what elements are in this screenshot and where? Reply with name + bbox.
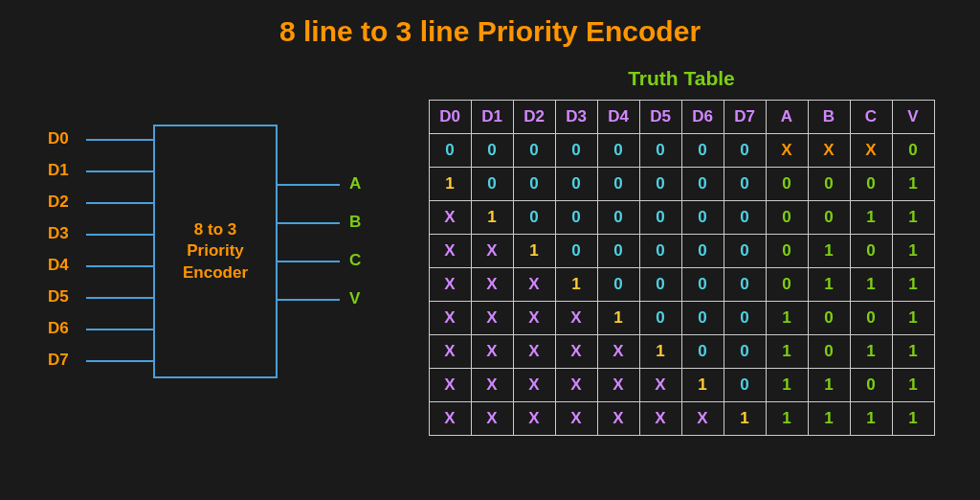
table-cell: 0 (766, 235, 808, 268)
input-wire (86, 329, 153, 330)
table-cell: 0 (597, 201, 639, 235)
table-cell: 1 (555, 268, 597, 302)
output-label: V (349, 289, 360, 308)
table-cell: 0 (808, 201, 850, 235)
block-line2: Priority (187, 240, 244, 261)
table-cell: X (429, 302, 471, 335)
table-cell: 0 (766, 168, 808, 201)
table-cell: 0 (681, 134, 724, 168)
table-cell: X (471, 235, 513, 268)
table-cell: 0 (555, 168, 597, 201)
table-row: XXXXXXX11111 (429, 402, 934, 436)
table-cell: X (766, 134, 808, 168)
input-wire (86, 202, 153, 204)
table-cell: X (513, 402, 555, 436)
table-cell: 1 (850, 335, 892, 369)
table-cell: 0 (766, 201, 808, 235)
output-wire (278, 222, 340, 224)
table-cell: X (471, 335, 513, 369)
table-cell: 0 (766, 268, 808, 302)
input-wire (86, 234, 153, 236)
input-wire (86, 139, 153, 141)
input-label: D2 (48, 193, 69, 212)
table-cell: X (429, 335, 471, 369)
table-cell: 1 (639, 335, 681, 369)
table-cell: 1 (766, 302, 808, 335)
table-cell: X (513, 302, 555, 335)
table-cell: 0 (808, 168, 850, 201)
table-cell: X (471, 369, 513, 402)
table-cell: 1 (892, 402, 934, 436)
page-title: 8 line to 3 line Priority Encoder (0, 0, 980, 48)
table-cell: 0 (513, 201, 555, 235)
table-cell: 0 (681, 302, 724, 335)
table-cell: 0 (724, 335, 766, 369)
output-wire (278, 261, 340, 262)
output-label: C (349, 251, 361, 270)
table-cell: 0 (681, 335, 724, 369)
table-cell: 1 (681, 369, 724, 402)
table-cell: X (639, 402, 681, 436)
table-cell: 1 (808, 402, 850, 436)
table-cell: 0 (639, 268, 681, 302)
input-label: D4 (48, 256, 69, 275)
table-cell: 0 (471, 168, 513, 201)
table-cell: 0 (808, 302, 850, 335)
table-cell: X (850, 134, 892, 168)
table-cell: 1 (892, 168, 934, 201)
table-row: XXXXXX101101 (429, 369, 934, 402)
table-cell: 0 (471, 134, 513, 168)
table-header: A (766, 101, 808, 134)
block-line3: Encoder (183, 262, 248, 284)
table-cell: 0 (639, 201, 681, 235)
table-cell: X (429, 201, 471, 235)
table-cell: X (429, 268, 471, 302)
table-cell: 0 (724, 134, 766, 168)
table-cell: 1 (892, 235, 934, 268)
table-cell: 0 (724, 201, 766, 235)
table-cell: 1 (850, 268, 892, 302)
content-area: 8 to 3 Priority Encoder D0D1D2D3D4D5D6D7… (0, 48, 980, 455)
table-row: 100000000001 (429, 168, 934, 201)
table-cell: 0 (555, 134, 597, 168)
table-header: D7 (724, 101, 766, 134)
input-label: D7 (48, 351, 69, 370)
table-cell: 1 (513, 235, 555, 268)
input-label: D1 (48, 161, 69, 180)
input-wire (86, 297, 153, 299)
table-cell: 1 (892, 335, 934, 369)
truth-table: D0D1D2D3D4D5D6D7ABCV 00000000XXX01000000… (429, 100, 935, 436)
table-cell: 0 (555, 201, 597, 235)
table-header: C (850, 101, 892, 134)
table-cell: 0 (513, 168, 555, 201)
table-header: D5 (639, 101, 681, 134)
table-cell: X (513, 268, 555, 302)
table-header: D3 (555, 101, 597, 134)
table-cell: 0 (639, 168, 681, 201)
table-cell: X (429, 235, 471, 268)
table-cell: 1 (892, 302, 934, 335)
table-cell: 1 (850, 201, 892, 235)
table-cell: X (681, 402, 724, 436)
table-cell: 0 (724, 168, 766, 201)
truth-table-section: Truth Table D0D1D2D3D4D5D6D7ABCV 0000000… (421, 67, 942, 436)
table-cell: X (597, 402, 639, 436)
table-cell: 0 (681, 201, 724, 235)
table-cell: 0 (808, 335, 850, 369)
table-cell: X (429, 369, 471, 402)
table-cell: 0 (681, 235, 724, 268)
table-cell: 0 (639, 134, 681, 168)
table-cell: 0 (724, 268, 766, 302)
table-cell: X (597, 369, 639, 402)
table-cell: 0 (597, 268, 639, 302)
input-label: D5 (48, 287, 69, 307)
table-cell: 0 (681, 268, 724, 302)
table-cell: 1 (597, 302, 639, 335)
table-cell: 0 (724, 302, 766, 335)
table-cell: 0 (850, 369, 892, 402)
truth-table-title: Truth Table (628, 67, 735, 90)
table-cell: 0 (681, 168, 724, 201)
table-cell: X (471, 268, 513, 302)
table-cell: X (555, 302, 597, 335)
input-label: D3 (48, 224, 69, 243)
